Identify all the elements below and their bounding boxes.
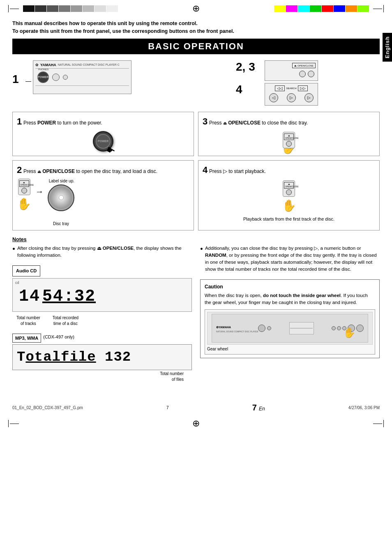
notes-section: Notes ● After closing the disc tray by p…	[12, 237, 380, 383]
remote-circles-row	[267, 69, 316, 78]
audio-cd-label: Audio CD	[12, 265, 40, 276]
totalfile-text: Totalfile 132	[17, 349, 131, 365]
remote-open-close-row: ⏏ OPEN/CLOSE	[267, 63, 316, 68]
prev-btn: ◁	[269, 93, 278, 102]
swatch-5	[71, 5, 82, 12]
gear-yamaha-text: ✿YAMAHA NATURAL SOUND COMPACT DISC PLAYE…	[216, 323, 258, 334]
arrow-step2: →	[35, 187, 44, 196]
swatch-3	[47, 5, 58, 12]
mp3-wma-header: MP3, WMA (CDX-497 only)	[12, 332, 192, 343]
cd-controls-row: PHONES POWER	[35, 70, 129, 84]
caution-title: Caution	[205, 283, 375, 290]
power-btn-outer: POWER ☛	[93, 131, 113, 152]
gear-tray-area	[271, 322, 332, 334]
time-display: 54:32	[42, 284, 96, 309]
page-number: 7	[252, 403, 257, 412]
total-time-label: Total recordedtime of a disc	[53, 315, 78, 327]
audio-cd-section: Audio CD cd 14 54:32 Total numberof trac…	[12, 262, 192, 327]
hand-icon-step4: ✋	[282, 199, 296, 212]
swatch-r6	[334, 5, 345, 12]
diagram-step23-label: 2, 3	[236, 60, 261, 74]
page-suffix: En	[259, 406, 265, 412]
totalfile-underline: otalfile	[25, 349, 96, 365]
step3-bold: OPEN/CLOSE	[228, 120, 261, 126]
search-right-btn: ▷▷	[298, 85, 308, 91]
note2-random-bold: RANDOM	[205, 253, 226, 258]
caution-text: When the disc tray is open, do not touch…	[205, 292, 375, 306]
search-row: ◁◁ SEARCH ▷▷	[267, 85, 316, 91]
center-reg-mark: ⊕	[192, 3, 200, 14]
notes-content: ● After closing the disc tray by pressin…	[12, 245, 380, 383]
instruction-box-2: 2 Press ⏏ OPEN/CLOSE to open the disc tr…	[12, 160, 194, 230]
step2-hand-remote: ⏏ OPEN/CLOSE ✋	[17, 179, 31, 211]
play-btn-remote: ▷	[287, 93, 296, 102]
power-btn-illustration-area: POWER ☛	[17, 131, 189, 152]
cd-indicator: cd	[15, 280, 19, 286]
next-btn: ▷	[304, 93, 314, 102]
phones-label: PHONES	[38, 68, 48, 71]
display-numbers-row: 14 54:32	[17, 281, 96, 309]
diagram-step1-label: 1	[12, 73, 19, 86]
step3-eject: ⏏	[223, 121, 227, 125]
total-tracks-label: Total numberof tracks	[16, 315, 40, 327]
page-footer: 01_En_02_BOD_CDX-397_497_G.pm 7 7 En 4/2…	[0, 399, 392, 417]
instruction-box-3: 3 Press ⏏ OPEN/CLOSE to close the disc t…	[198, 112, 380, 156]
step1-text: Press POWER to turn on the power.	[23, 120, 102, 126]
step3-hand-remote: ⏏ OPEN/CLOSE ✋	[283, 132, 295, 148]
gear-circle-right-1	[332, 326, 336, 330]
mp3-wma-sublabel: (CDX-497 only)	[43, 334, 74, 341]
intro-line2: To operate this unit from the front pane…	[12, 28, 380, 35]
power-btn-area: PHONES POWER	[37, 71, 49, 83]
tray-line-1	[290, 328, 313, 329]
footer-date: 4/27/06, 3:06 PM	[348, 405, 380, 410]
gear-circle-left-2	[267, 326, 271, 330]
swatch-r8	[357, 5, 369, 12]
open-close-btn-remote2: ⏏ OPEN/CLOSE	[19, 180, 29, 187]
gear-hand-icon: ✋	[343, 325, 355, 340]
step4-play-sym: ▷	[223, 168, 227, 174]
remote-circle-step2	[21, 188, 27, 193]
gear-circle-right-large2	[356, 325, 364, 332]
search-label: SEARCH	[286, 87, 296, 90]
step3-text: Press ⏏ OPEN/CLOSE to close the disc tra…	[209, 120, 308, 126]
remote-circle-2	[308, 71, 314, 77]
yamaha-star-icon: ✿	[35, 63, 39, 67]
step3-illustration: ⏏ OPEN/CLOSE ✋	[203, 132, 375, 148]
yamaha-model-text: NATURAL SOUND COMPACT DISC PLAYER C	[58, 63, 120, 66]
diagram-step4-label: 4	[236, 83, 261, 96]
step4-number: 4	[203, 165, 208, 175]
open-close-btn-remote3: ⏏ OPEN/CLOSE	[284, 134, 294, 140]
gear-yamaha-logo: ✿YAMAHA	[216, 326, 231, 329]
swatch-r7	[346, 5, 357, 12]
disc-center-hole	[59, 195, 64, 200]
remote-lower-section: 4 ◁◁ SEARCH ▷▷ ◁ ▷ ▷	[236, 83, 318, 106]
step4-hand-remote: ⏏ OPEN/CLOSE ✋	[282, 180, 296, 212]
bottom-corner-v-right	[383, 420, 384, 427]
bottom-left-corner	[8, 420, 19, 427]
note1-bullet: ● After closing the disc tray by pressin…	[12, 245, 192, 259]
top-marks-area: ⊕	[0, 0, 392, 16]
swatch-r2	[286, 5, 297, 12]
note1-bold: OPEN/CLOSE	[103, 246, 134, 251]
mp3-wma-section: MP3, WMA (CDX-497 only) Totalfile 132 To…	[12, 332, 192, 383]
diagram-arrow: —	[25, 78, 31, 84]
power-label-inner: POWER	[98, 140, 108, 143]
cd-player-diagram: 1 — ✿ YAMAHA NATURAL SOUND COMPACT DISC …	[12, 60, 152, 94]
remote-step4: ⏏ OPEN/CLOSE	[283, 180, 295, 197]
remote-step3: ⏏ OPEN/CLOSE	[283, 132, 295, 148]
swatch-r4	[310, 5, 321, 12]
bottom-center-reg: ⊕	[192, 418, 200, 429]
step2-illustration: ⏏ OPEN/CLOSE ✋ → Label side up. Disc tra…	[17, 179, 189, 226]
note-right-column: ● Additionally, you can close the disc t…	[200, 245, 380, 383]
step4-illustration: ⏏ OPEN/CLOSE ✋	[203, 180, 375, 212]
gear-player-view: ✿YAMAHA NATURAL SOUND COMPACT DISC PLAYE…	[212, 314, 368, 343]
yamaha-brand: YAMAHA	[40, 63, 56, 67]
corner-line-v-left	[8, 5, 9, 12]
bullet-dot-1: ●	[12, 245, 15, 259]
remote-diagram: 2, 3 ⏏ OPEN/CLOSE 4	[236, 60, 380, 106]
step3-number: 3	[203, 116, 208, 127]
remote-circle-step4	[286, 189, 292, 195]
note2-bullet: ● Additionally, you can close the disc t…	[200, 245, 380, 273]
bottom-corner-h-right	[373, 424, 382, 424]
power-btn-text: POWER	[38, 76, 48, 78]
